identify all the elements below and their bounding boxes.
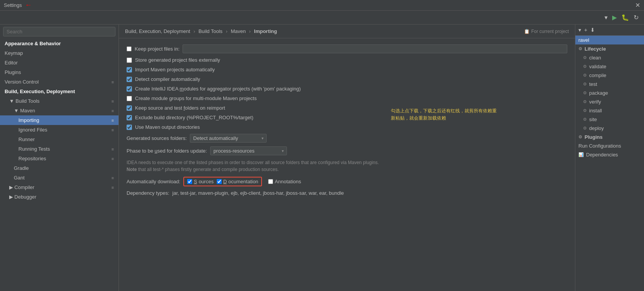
sidebar-item-runner[interactable]: Runner [0, 135, 119, 144]
store-generated-row: Store generated project files externally [127, 57, 567, 63]
sidebar-item-icon: ≡ [112, 128, 114, 132]
rp-download-btn[interactable]: ⬇ [590, 26, 596, 34]
rp-item-install[interactable]: ⚙ install [575, 106, 644, 115]
keep-source-checkbox[interactable] [127, 105, 132, 111]
dep-types-row: Dependency types: jar, test-jar, maven-p… [127, 190, 567, 196]
rp-item-deploy[interactable]: ⚙ deploy [575, 124, 644, 133]
detect-compiler-label[interactable]: Detect compiler automatically [127, 76, 200, 82]
auto-download-row: Automatically download: Sources Document… [127, 177, 567, 186]
toolbar-dropdown-btn[interactable]: ▾ [603, 13, 609, 22]
toolbar-debug-btn[interactable]: 🐛 [620, 13, 631, 22]
sidebar-item-gant[interactable]: Gant ≡ [0, 173, 119, 182]
keep-project-files-label[interactable]: Keep project files in: [135, 46, 180, 52]
create-module-groups-checkbox[interactable] [127, 96, 132, 101]
sidebar-item-label: Repositories [18, 156, 46, 161]
sidebar-item-editor[interactable]: Editor [0, 58, 119, 67]
sidebar: Appearance & Behavior Keymap Editor Plug… [0, 25, 119, 291]
create-module-groups-label[interactable]: Create module groups for multi-module Ma… [127, 95, 257, 101]
generated-sources-label: Generated sources folders: [127, 135, 187, 141]
use-maven-output-row: Use Maven output directories [127, 124, 567, 130]
sources-label[interactable]: Sources [187, 179, 214, 184]
exclude-build-label[interactable]: Exclude build directory (%PROJECT_ROOT%/… [127, 115, 253, 120]
generated-sources-select[interactable]: Detect automatically [190, 134, 267, 143]
sidebar-item-build-tools[interactable]: ▼ Build Tools ≡ [0, 96, 119, 106]
sidebar-item-running-tests[interactable]: Running Tests ≡ [0, 144, 119, 154]
rp-add-btn[interactable]: + [583, 26, 588, 34]
breadcrumb-part-3: Maven [231, 28, 246, 34]
rp-item-test[interactable]: ⚙ test [575, 80, 644, 89]
documentation-checkbox[interactable] [217, 179, 222, 184]
sidebar-item-plugins[interactable]: Plugins [0, 67, 119, 77]
sidebar-item-version-control[interactable]: Version Control ≡ [0, 77, 119, 87]
rp-item-dependencies[interactable]: 📊 Dependencies [575, 150, 644, 159]
rp-item-verify[interactable]: ⚙ verify [575, 97, 644, 106]
keep-project-files-checkbox[interactable] [127, 46, 132, 51]
breadcrumb-bar: Build, Execution, Deployment › Build Too… [119, 25, 575, 38]
import-maven-label[interactable]: Import Maven projects automatically [127, 67, 215, 72]
create-intellij-label[interactable]: Create IntelliJ IDEA modules for aggrega… [127, 86, 301, 92]
rp-item-validate[interactable]: ⚙ validate [575, 62, 644, 71]
sidebar-item-appearance-behavior[interactable]: Appearance & Behavior [0, 39, 119, 48]
import-maven-checkbox[interactable] [127, 67, 132, 72]
create-intellij-row: Create IntelliJ IDEA modules for aggrega… [127, 86, 567, 92]
sidebar-item-importing[interactable]: Importing ≡ [0, 115, 119, 125]
sidebar-item-debugger[interactable]: ▶ Debugger [0, 192, 119, 202]
title-bar-right: ✕ [635, 2, 640, 8]
keep-source-label[interactable]: Keep source and test folders on reimport [127, 105, 225, 111]
rp-item-lifecycle[interactable]: ⚙ Lifecycle [575, 44, 644, 53]
sidebar-item-label: ▼ Maven [14, 108, 35, 113]
sidebar-item-label: Editor [5, 60, 18, 66]
sources-checkbox[interactable] [187, 179, 192, 184]
rp-item-run-configurations[interactable]: Run Configurations [575, 141, 644, 150]
sidebar-item-label: ▶ Compiler [9, 184, 35, 190]
rp-item-ravel[interactable]: ravel [575, 36, 644, 44]
chart-icon: 📊 [578, 152, 584, 157]
create-intellij-checkbox[interactable] [127, 86, 132, 92]
sidebar-item-keymap[interactable]: Keymap [0, 48, 119, 58]
sidebar-item-compiler[interactable]: ▶ Compiler ≡ [0, 182, 119, 192]
detect-compiler-checkbox[interactable] [127, 77, 132, 82]
sidebar-item-label: Gradle [14, 165, 29, 171]
sidebar-item-gradle[interactable]: Gradle [0, 163, 119, 173]
exclude-build-checkbox[interactable] [127, 115, 132, 120]
rp-item-clean[interactable]: ⚙ clean [575, 53, 644, 62]
sidebar-item-icon: ≡ [112, 109, 114, 113]
use-maven-output-label[interactable]: Use Maven output directories [127, 124, 200, 130]
store-generated-checkbox[interactable] [127, 58, 132, 63]
keep-project-files-row: Keep project files in: [127, 44, 567, 53]
gear-icon: ⚙ [583, 82, 587, 87]
note-bold: Note [127, 167, 137, 172]
sidebar-item-maven[interactable]: ▼ Maven ≡ [0, 106, 119, 115]
sidebar-item-icon: ≡ [112, 147, 114, 151]
note-text: IDEA needs to execute one of the listed … [127, 159, 567, 173]
sidebar-item-build-execution[interactable]: Build, Execution, Deployment [0, 87, 119, 96]
close-button[interactable]: ✕ [635, 2, 640, 8]
breadcrumb-part-2: Build Tools [198, 28, 222, 34]
sidebar-item-repositories[interactable]: Repositories ≡ [0, 154, 119, 163]
phase-select[interactable]: process-resources [210, 146, 287, 155]
documentation-label[interactable]: Documentation [217, 179, 258, 184]
sidebar-search-input[interactable] [3, 27, 115, 36]
auto-download-highlighted-box: Sources Documentation [183, 177, 262, 186]
gear-icon: ⚙ [583, 73, 587, 78]
rp-item-compile[interactable]: ⚙ compile [575, 71, 644, 80]
rp-dropdown-btn[interactable]: ▾ [578, 26, 582, 34]
keep-project-files-input[interactable] [183, 44, 567, 53]
sidebar-item-icon: ≡ [112, 156, 114, 161]
rp-item-package[interactable]: ⚙ package [575, 89, 644, 97]
store-generated-label[interactable]: Store generated project files externally [127, 57, 220, 63]
annotations-label[interactable]: Annotations [268, 179, 301, 184]
rp-item-plugins[interactable]: ⚙ Plugins [575, 133, 644, 141]
for-current-project: 📋 For current project [524, 29, 569, 34]
annotations-checkbox[interactable] [268, 179, 273, 184]
sidebar-item-ignored-files[interactable]: Ignored Files ≡ [0, 125, 119, 135]
gear-icon: ⚙ [583, 99, 587, 104]
rp-item-site[interactable]: ⚙ site [575, 115, 644, 124]
toolbar-refresh-btn[interactable]: ↻ [632, 13, 640, 22]
sidebar-item-label: Running Tests [18, 146, 50, 152]
toolbar-run-btn[interactable]: ▶ [611, 13, 618, 22]
phase-row: Phase to be used for folders update: pro… [127, 146, 567, 155]
main-toolbar: ▾ ▶ 🐛 ↻ [0, 11, 644, 25]
dep-types-label: Dependency types: [127, 190, 169, 196]
use-maven-output-checkbox[interactable] [127, 125, 132, 130]
